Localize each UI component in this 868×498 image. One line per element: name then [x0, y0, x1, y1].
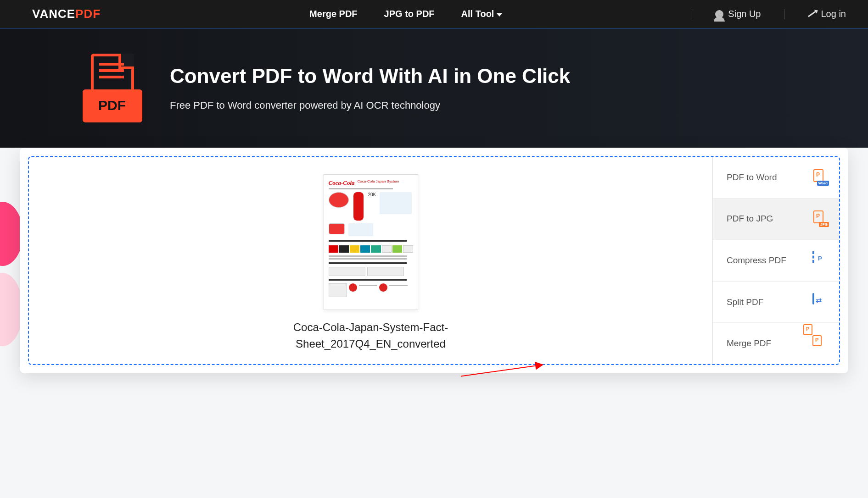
pdf-to-jpg-icon: JPG [812, 210, 829, 227]
hero-banner: PDF Convert PDF to Word With AI in One C… [0, 28, 868, 148]
main-nav: Merge PDF JPG to PDF All Tool [309, 9, 502, 19]
pdf-hero-icon: PDF [83, 54, 142, 122]
logo-text-white: VANCE [32, 7, 75, 21]
login-label: Log in [821, 9, 846, 19]
compress-pdf-icon [812, 252, 829, 269]
converter-card: Coca-Cola Coca-Cola Japan System 20K [20, 148, 848, 373]
user-icon [715, 10, 723, 18]
thumb-brand: Coca-Cola [329, 179, 355, 187]
top-nav: VANCEPDF Merge PDF JPG to PDF All Tool S… [0, 0, 868, 28]
chevron-down-icon [497, 13, 502, 17]
option-pdf-to-jpg[interactable]: PDF to JPG JPG [713, 199, 839, 240]
logo[interactable]: VANCEPDF [32, 7, 101, 21]
split-pdf-icon [812, 294, 829, 310]
merge-pdf-icon [812, 335, 829, 352]
thumb-heading: Coca-Cola Japan System [358, 179, 399, 183]
separator [692, 9, 692, 19]
nav-label: JPG to PDF [384, 9, 435, 19]
logo-text-red: PDF [75, 7, 101, 21]
option-merge-pdf[interactable]: Merge PDF [713, 323, 839, 364]
option-label: Split PDF [727, 297, 763, 307]
conversion-options: PDF to Word Word PDF to JPG JPG Compress… [712, 157, 839, 364]
option-label: Merge PDF [727, 338, 771, 349]
pdf-to-word-icon: Word [812, 169, 829, 186]
option-label: PDF to Word [727, 172, 777, 183]
annotation-arrow-icon [461, 364, 543, 376]
page-subtitle: Free PDF to Word converter powered by AI… [170, 100, 570, 111]
file-preview-area: Coca-Cola Coca-Cola Japan System 20K [29, 157, 712, 364]
nav-merge-pdf[interactable]: Merge PDF [309, 9, 357, 19]
auth-area: Sign Up Log in [692, 9, 846, 19]
option-label: Compress PDF [727, 255, 786, 266]
nav-all-tool[interactable]: All Tool [461, 9, 503, 19]
option-compress-pdf[interactable]: Compress PDF [713, 240, 839, 282]
nav-label: All Tool [461, 9, 494, 19]
edit-icon [807, 11, 816, 17]
drop-zone[interactable]: Coca-Cola Coca-Cola Japan System 20K [28, 156, 840, 365]
nav-label: Merge PDF [309, 9, 357, 19]
option-pdf-to-word[interactable]: PDF to Word Word [713, 157, 839, 199]
pdf-badge-text: PDF [98, 98, 126, 113]
login-link[interactable]: Log in [807, 9, 846, 19]
separator [784, 9, 784, 19]
page-title: Convert PDF to Word With AI in One Click [170, 65, 570, 88]
signup-label: Sign Up [728, 9, 761, 19]
option-split-pdf[interactable]: Split PDF [713, 282, 839, 323]
option-label: PDF to JPG [727, 214, 773, 224]
file-thumbnail[interactable]: Coca-Cola Coca-Cola Japan System 20K [324, 174, 418, 310]
file-name-label: Coca-Cola-Japan-System-Fact-Sheet_2017Q4… [279, 319, 463, 352]
nav-jpg-to-pdf[interactable]: JPG to PDF [384, 9, 435, 19]
signup-link[interactable]: Sign Up [715, 9, 761, 19]
